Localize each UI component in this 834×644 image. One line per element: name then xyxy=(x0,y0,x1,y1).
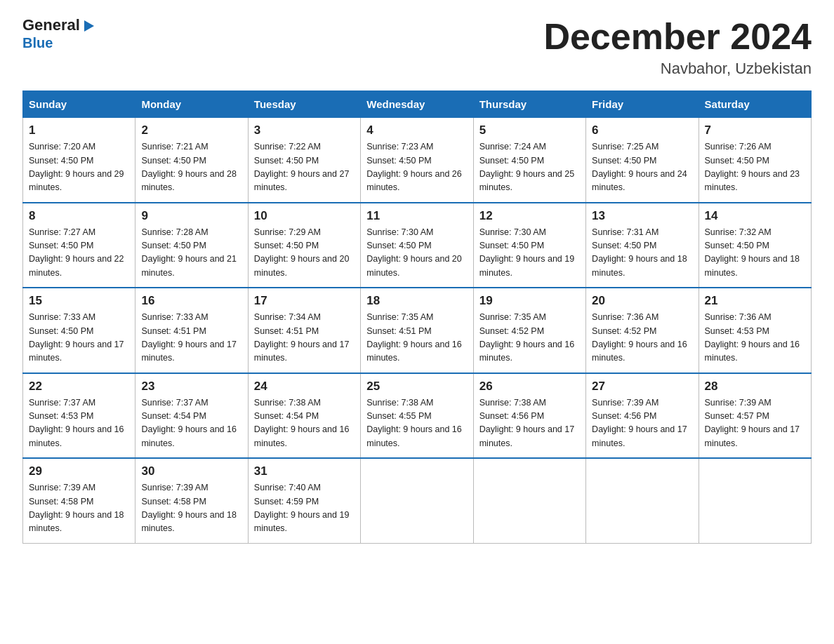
logo-blue: Blue xyxy=(22,35,53,51)
calendar-week-row: 15Sunrise: 7:33 AMSunset: 4:50 PMDayligh… xyxy=(23,288,812,373)
day-number: 15 xyxy=(29,294,129,308)
calendar-week-row: 29Sunrise: 7:39 AMSunset: 4:58 PMDayligh… xyxy=(23,458,812,543)
table-row: 9Sunrise: 7:28 AMSunset: 4:50 PMDaylight… xyxy=(135,203,248,288)
table-row xyxy=(699,458,811,543)
table-row: 21Sunrise: 7:36 AMSunset: 4:53 PMDayligh… xyxy=(699,288,811,373)
day-info: Sunrise: 7:28 AMSunset: 4:50 PMDaylight:… xyxy=(141,226,241,281)
table-row xyxy=(473,458,585,543)
day-info: Sunrise: 7:25 AMSunset: 4:50 PMDaylight:… xyxy=(592,140,692,195)
day-info: Sunrise: 7:29 AMSunset: 4:50 PMDaylight:… xyxy=(254,226,355,281)
day-number: 25 xyxy=(366,380,467,394)
day-info: Sunrise: 7:39 AMSunset: 4:58 PMDaylight:… xyxy=(29,481,129,536)
table-row: 23Sunrise: 7:37 AMSunset: 4:54 PMDayligh… xyxy=(135,373,248,459)
table-row: 16Sunrise: 7:33 AMSunset: 4:51 PMDayligh… xyxy=(135,288,248,373)
day-number: 31 xyxy=(254,464,355,478)
table-row xyxy=(361,458,473,543)
calendar-week-row: 1Sunrise: 7:20 AMSunset: 4:50 PMDaylight… xyxy=(23,118,812,203)
day-info: Sunrise: 7:20 AMSunset: 4:50 PMDaylight:… xyxy=(29,140,129,195)
day-number: 21 xyxy=(705,294,805,308)
day-number: 11 xyxy=(366,209,467,223)
calendar-title: December 2024 xyxy=(543,17,812,57)
table-row: 24Sunrise: 7:38 AMSunset: 4:54 PMDayligh… xyxy=(248,373,360,459)
calendar-subtitle: Navbahor, Uzbekistan xyxy=(543,60,812,78)
table-row: 28Sunrise: 7:39 AMSunset: 4:57 PMDayligh… xyxy=(699,373,811,459)
col-friday: Friday xyxy=(586,91,699,118)
day-info: Sunrise: 7:36 AMSunset: 4:53 PMDaylight:… xyxy=(705,311,805,365)
day-number: 20 xyxy=(592,294,692,308)
day-info: Sunrise: 7:39 AMSunset: 4:57 PMDaylight:… xyxy=(705,396,805,451)
day-info: Sunrise: 7:37 AMSunset: 4:54 PMDaylight:… xyxy=(141,396,241,451)
table-row: 17Sunrise: 7:34 AMSunset: 4:51 PMDayligh… xyxy=(248,288,360,373)
calendar-table: Sunday Monday Tuesday Wednesday Thursday… xyxy=(22,90,812,544)
table-row: 29Sunrise: 7:39 AMSunset: 4:58 PMDayligh… xyxy=(23,458,135,543)
calendar-header-row: Sunday Monday Tuesday Wednesday Thursday… xyxy=(23,91,812,118)
day-info: Sunrise: 7:33 AMSunset: 4:51 PMDaylight:… xyxy=(141,311,241,365)
table-row: 3Sunrise: 7:22 AMSunset: 4:50 PMDaylight… xyxy=(248,118,360,203)
table-row: 25Sunrise: 7:38 AMSunset: 4:55 PMDayligh… xyxy=(361,373,473,459)
day-info: Sunrise: 7:35 AMSunset: 4:52 PMDaylight:… xyxy=(479,311,580,365)
day-number: 30 xyxy=(141,464,241,478)
day-info: Sunrise: 7:30 AMSunset: 4:50 PMDaylight:… xyxy=(479,226,580,281)
table-row: 7Sunrise: 7:26 AMSunset: 4:50 PMDaylight… xyxy=(699,118,811,203)
day-number: 6 xyxy=(592,123,692,137)
day-info: Sunrise: 7:27 AMSunset: 4:50 PMDaylight:… xyxy=(29,226,129,281)
day-number: 2 xyxy=(141,123,241,137)
day-info: Sunrise: 7:22 AMSunset: 4:50 PMDaylight:… xyxy=(254,140,355,195)
day-info: Sunrise: 7:40 AMSunset: 4:59 PMDaylight:… xyxy=(254,481,355,536)
table-row: 19Sunrise: 7:35 AMSunset: 4:52 PMDayligh… xyxy=(473,288,585,373)
day-number: 22 xyxy=(29,380,129,394)
table-row: 14Sunrise: 7:32 AMSunset: 4:50 PMDayligh… xyxy=(699,203,811,288)
col-monday: Monday xyxy=(135,91,248,118)
table-row: 31Sunrise: 7:40 AMSunset: 4:59 PMDayligh… xyxy=(248,458,360,543)
day-info: Sunrise: 7:33 AMSunset: 4:50 PMDaylight:… xyxy=(29,311,129,365)
table-row: 11Sunrise: 7:30 AMSunset: 4:50 PMDayligh… xyxy=(361,203,473,288)
day-number: 28 xyxy=(705,380,805,394)
day-number: 8 xyxy=(29,209,129,223)
title-block: December 2024 Navbahor, Uzbekistan xyxy=(543,17,812,78)
table-row: 12Sunrise: 7:30 AMSunset: 4:50 PMDayligh… xyxy=(473,203,585,288)
col-tuesday: Tuesday xyxy=(248,91,360,118)
day-info: Sunrise: 7:38 AMSunset: 4:54 PMDaylight:… xyxy=(254,396,355,451)
day-number: 14 xyxy=(705,209,805,223)
table-row: 10Sunrise: 7:29 AMSunset: 4:50 PMDayligh… xyxy=(248,203,360,288)
day-info: Sunrise: 7:31 AMSunset: 4:50 PMDaylight:… xyxy=(592,226,692,281)
table-row: 18Sunrise: 7:35 AMSunset: 4:51 PMDayligh… xyxy=(361,288,473,373)
day-number: 3 xyxy=(254,123,355,137)
col-sunday: Sunday xyxy=(23,91,135,118)
table-row: 5Sunrise: 7:24 AMSunset: 4:50 PMDaylight… xyxy=(473,118,585,203)
day-number: 4 xyxy=(366,123,467,137)
day-number: 23 xyxy=(141,380,241,394)
page-header: General Blue December 2024 Navbahor, Uzb… xyxy=(22,17,812,78)
col-saturday: Saturday xyxy=(699,91,811,118)
day-info: Sunrise: 7:24 AMSunset: 4:50 PMDaylight:… xyxy=(479,140,580,195)
calendar-week-row: 8Sunrise: 7:27 AMSunset: 4:50 PMDaylight… xyxy=(23,203,812,288)
day-info: Sunrise: 7:39 AMSunset: 4:58 PMDaylight:… xyxy=(141,481,241,536)
day-number: 1 xyxy=(29,123,129,137)
svg-marker-0 xyxy=(84,20,94,32)
day-info: Sunrise: 7:21 AMSunset: 4:50 PMDaylight:… xyxy=(141,140,241,195)
logo-general: General xyxy=(22,17,80,34)
day-info: Sunrise: 7:35 AMSunset: 4:51 PMDaylight:… xyxy=(366,311,467,365)
col-thursday: Thursday xyxy=(473,91,585,118)
table-row: 1Sunrise: 7:20 AMSunset: 4:50 PMDaylight… xyxy=(23,118,135,203)
day-number: 9 xyxy=(141,209,241,223)
table-row: 2Sunrise: 7:21 AMSunset: 4:50 PMDaylight… xyxy=(135,118,248,203)
day-number: 5 xyxy=(479,123,580,137)
day-number: 16 xyxy=(141,294,241,308)
day-info: Sunrise: 7:23 AMSunset: 4:50 PMDaylight:… xyxy=(366,140,467,195)
day-info: Sunrise: 7:39 AMSunset: 4:56 PMDaylight:… xyxy=(592,396,692,451)
day-info: Sunrise: 7:38 AMSunset: 4:56 PMDaylight:… xyxy=(479,396,580,451)
day-number: 12 xyxy=(479,209,580,223)
table-row: 6Sunrise: 7:25 AMSunset: 4:50 PMDaylight… xyxy=(586,118,699,203)
day-number: 10 xyxy=(254,209,355,223)
day-info: Sunrise: 7:38 AMSunset: 4:55 PMDaylight:… xyxy=(366,396,467,451)
table-row: 22Sunrise: 7:37 AMSunset: 4:53 PMDayligh… xyxy=(23,373,135,459)
table-row: 8Sunrise: 7:27 AMSunset: 4:50 PMDaylight… xyxy=(23,203,135,288)
table-row: 4Sunrise: 7:23 AMSunset: 4:50 PMDaylight… xyxy=(361,118,473,203)
logo: General Blue xyxy=(22,17,97,51)
day-number: 27 xyxy=(592,380,692,394)
table-row: 20Sunrise: 7:36 AMSunset: 4:52 PMDayligh… xyxy=(586,288,699,373)
col-wednesday: Wednesday xyxy=(361,91,473,118)
day-info: Sunrise: 7:32 AMSunset: 4:50 PMDaylight:… xyxy=(705,226,805,281)
table-row: 27Sunrise: 7:39 AMSunset: 4:56 PMDayligh… xyxy=(586,373,699,459)
